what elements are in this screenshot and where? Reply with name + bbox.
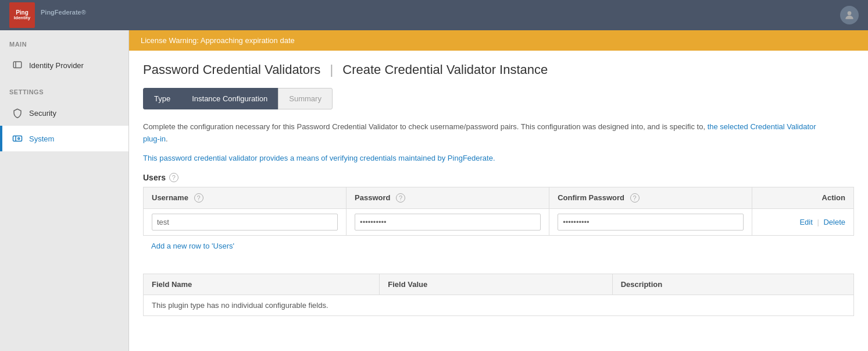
breadcrumb-sep: | xyxy=(330,62,333,77)
col-field-name: Field Name xyxy=(144,274,380,295)
lower-table: Field Name Field Value Description xyxy=(143,274,854,316)
blue-description: This password credential validator provi… xyxy=(143,154,854,162)
add-row-container: Add a new row to 'Users' xyxy=(143,236,854,256)
breadcrumb-part1: Password Credential Validators xyxy=(143,62,320,77)
security-icon xyxy=(12,107,23,119)
tab-instance-config-label: Instance Configuration xyxy=(192,94,267,103)
confirm-password-input[interactable] xyxy=(558,214,744,231)
sidebar: MAIN Identity Provider SETTINGS Security xyxy=(0,30,129,351)
sidebar-item-system[interactable]: System xyxy=(0,126,128,151)
desc-link[interactable]: the selected Credential Validator plug-i… xyxy=(143,122,816,143)
sidebar-item-security[interactable]: Security xyxy=(0,100,128,126)
svg-rect-1 xyxy=(13,62,22,68)
system-icon xyxy=(12,133,23,144)
col-action: Action xyxy=(752,187,854,208)
description-text: Complete the configuration necessary for… xyxy=(143,121,829,146)
sidebar-label-identity-provider: Identity Provider xyxy=(29,61,84,70)
user-icon xyxy=(844,9,855,21)
edit-link[interactable]: Edit xyxy=(799,218,812,226)
table-row: Edit | Delete xyxy=(144,208,854,235)
delete-link[interactable]: Delete xyxy=(823,218,845,226)
app-name-text: PingFederate xyxy=(41,9,81,16)
sidebar-label-security: Security xyxy=(29,109,56,118)
col-confirm-password: Confirm Password ? xyxy=(549,187,752,208)
users-table: Username ? Password ? Confirm Password ? xyxy=(143,187,854,236)
svg-point-5 xyxy=(18,138,20,140)
user-avatar[interactable] xyxy=(840,6,859,24)
tab-type-label: Type xyxy=(154,94,170,103)
action-links: Edit | Delete xyxy=(760,218,845,226)
breadcrumb-part2: Create Credential Validator Instance xyxy=(342,62,548,77)
app-name: PingFederate® xyxy=(41,9,86,22)
col-confirm-password-label: Confirm Password xyxy=(558,193,624,202)
cell-username xyxy=(144,208,347,235)
col-field-value: Field Value xyxy=(380,274,612,295)
add-row-link[interactable]: Add a new row to 'Users' xyxy=(143,236,242,256)
tabs-container: Type Instance Configuration Summary xyxy=(143,88,854,109)
col-field-value-label: Field Value xyxy=(388,280,427,289)
cell-action: Edit | Delete xyxy=(752,208,854,235)
username-input[interactable] xyxy=(152,214,338,231)
sidebar-item-identity-provider[interactable]: Identity Provider xyxy=(0,52,128,78)
no-fields-text: This plugin type has no individual confi… xyxy=(144,295,854,315)
main-content: License Warning: Approaching expiration … xyxy=(129,30,868,351)
col-password-label: Password xyxy=(355,193,390,202)
action-sep: | xyxy=(817,218,819,226)
col-description-label: Description xyxy=(621,280,663,289)
users-help-icon[interactable]: ? xyxy=(169,173,178,182)
content-area: Password Credential Validators | Create … xyxy=(129,51,868,328)
password-input[interactable] xyxy=(355,214,541,231)
col-action-label: Action xyxy=(822,193,845,202)
main-layout: MAIN Identity Provider SETTINGS Security xyxy=(0,30,868,351)
license-warning: License Warning: Approaching expiration … xyxy=(129,30,868,51)
password-help-icon[interactable]: ? xyxy=(396,193,405,203)
confirm-password-help-icon[interactable]: ? xyxy=(630,193,640,203)
tab-summary[interactable]: Summary xyxy=(278,88,333,109)
logo-area: Ping Identity PingFederate® xyxy=(9,2,86,28)
sidebar-label-system: System xyxy=(29,134,54,143)
col-field-name-label: Field Name xyxy=(152,280,192,289)
col-password: Password ? xyxy=(347,187,549,208)
svg-point-0 xyxy=(848,11,852,15)
username-help-icon[interactable]: ? xyxy=(194,193,203,203)
app-header: Ping Identity PingFederate® xyxy=(0,0,868,30)
cell-confirm-password xyxy=(549,208,752,235)
main-section-label: MAIN xyxy=(0,30,128,52)
col-description: Description xyxy=(612,274,853,295)
users-label: Users xyxy=(143,173,166,182)
trademark: ® xyxy=(81,9,86,16)
lower-section: Field Name Field Value Description xyxy=(143,274,854,316)
no-fields-row: This plugin type has no individual confi… xyxy=(144,295,854,315)
col-username-label: Username xyxy=(152,193,188,202)
users-section-header: Users ? xyxy=(143,173,854,182)
tab-instance-configuration[interactable]: Instance Configuration xyxy=(181,88,278,109)
page-title: Password Credential Validators | Create … xyxy=(143,62,854,77)
col-username: Username ? xyxy=(144,187,347,208)
tab-summary-label: Summary xyxy=(289,94,322,103)
cell-password xyxy=(347,208,549,235)
settings-section-label: SETTINGS xyxy=(0,78,128,100)
logo-line2: Identity xyxy=(14,16,30,21)
tab-type[interactable]: Type xyxy=(143,88,181,109)
ping-logo: Ping Identity xyxy=(9,2,35,28)
identity-provider-icon xyxy=(12,59,23,71)
